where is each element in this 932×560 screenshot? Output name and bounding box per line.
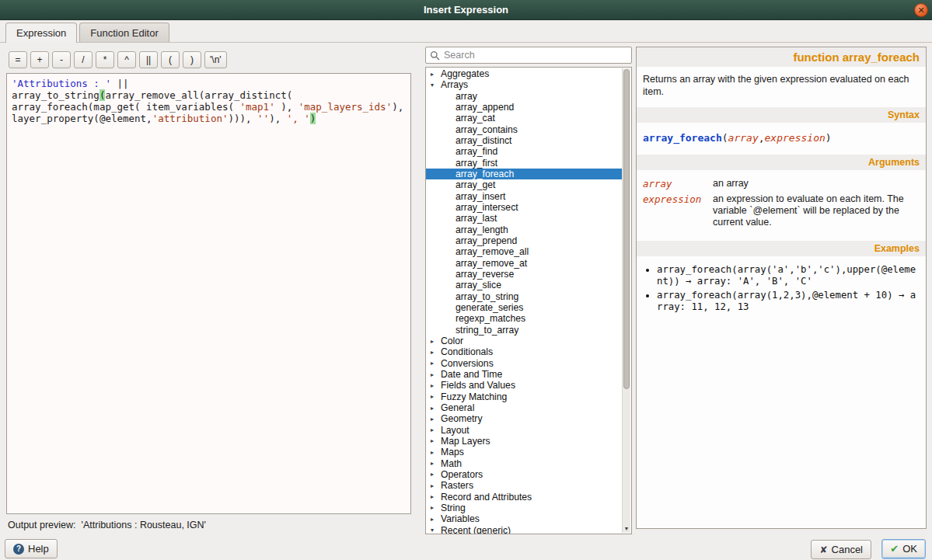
tree-item-array-prepend[interactable]: array_prepend [426,235,622,246]
tree-item-array-cat[interactable]: array_cat [426,113,622,123]
example-item: array_foreach(array('a','b','c'),upper(@… [657,264,920,287]
argument-name: expression [643,193,713,228]
ok-button[interactable]: ✔ OK [881,539,926,558]
cancel-button[interactable]: ✘ Cancel [811,540,871,559]
tab-expression[interactable]: Expression [5,23,77,43]
tree-group-geometry[interactable]: ▸Geometry [426,413,622,424]
tree-label: array_slice [456,280,501,290]
syntax-parameter: array [728,132,759,144]
tree-label: Operators [441,469,483,480]
tree-item-array-insert[interactable]: array_insert [426,191,622,202]
tree-label: array_insert [456,191,505,202]
tree-item-array-foreach[interactable]: array_foreach [426,169,622,179]
tree-item-array-length[interactable]: array_length [426,224,622,235]
code-segment: ), [269,113,287,124]
tree-item-string-to-array[interactable]: string_to_array [426,325,622,336]
tree-group-conversions[interactable]: ▸Conversions [426,358,622,369]
tree-item-array-slice[interactable]: array_slice [426,280,622,290]
tree-item-array-distinct[interactable]: array_distinct [426,135,622,146]
chevron-right-icon: ▸ [431,471,441,478]
chevron-right-icon: ▸ [431,338,441,345]
tree-item-array-intersect[interactable]: array_intersect [426,202,622,213]
tree-group-fuzzy-matching[interactable]: ▸Fuzzy Matching [426,391,622,402]
tree-label: array_foreach [456,169,514,179]
close-button[interactable]: ✕ [914,3,928,17]
tree-group-record-and-attributes[interactable]: ▸Record and Attributes [426,491,622,502]
chevron-right-icon: ▸ [431,349,441,356]
tree-item-array-append[interactable]: array_append [426,102,622,113]
operator-button-3[interactable]: / [74,51,93,68]
tree-label: Conversions [441,358,494,369]
tree-scrollbar-thumb[interactable] [623,69,630,389]
tree-item-array-remove-all[interactable]: array_remove_all [426,246,622,257]
tab-function-editor[interactable]: Function Editor [79,23,169,42]
tree-group-date-and-time[interactable]: ▸Date and Time [426,369,622,380]
operator-button-5[interactable]: ^ [117,51,136,68]
chevron-right-icon: ▸ [431,460,441,467]
operator-button-7[interactable]: ( [161,51,180,68]
tree-group-general[interactable]: ▸General [426,402,622,413]
chevron-right-icon: ▸ [431,371,441,378]
chevron-right-icon: ▸ [431,382,441,389]
tree-item-array-contains[interactable]: array_contains [426,124,622,135]
tree-group-aggregates[interactable]: ▸Aggregates [426,68,622,79]
tree-item-array-to-string[interactable]: array_to_string [426,291,622,302]
tree-item-array-get[interactable]: array_get [426,179,622,190]
tree-group-rasters[interactable]: ▸Rasters [426,480,622,491]
operator-button-6[interactable]: || [139,51,158,68]
tree-scrollbar[interactable]: ▼ [622,68,630,533]
tree-group-math[interactable]: ▸Math [426,457,622,468]
tree-label: Maps [441,447,464,457]
tree-item-array-first[interactable]: array_first [426,158,622,169]
tree-item-generate-series[interactable]: generate_series [426,302,622,313]
tree-group-operators[interactable]: ▸Operators [426,469,622,480]
code-line: array_foreach(map_get( item_variables( '… [12,101,406,113]
tree-label: Rasters [441,480,473,491]
tree-group-color[interactable]: ▸Color [426,336,622,346]
window-title: Insert Expression [424,4,508,16]
help-button[interactable]: ? Help [5,539,58,558]
tree-label: Layout [441,425,469,436]
tree-group-layout[interactable]: ▸Layout [426,425,622,436]
help-icon: ? [13,544,24,555]
tree-item-array-reverse[interactable]: array_reverse [426,269,622,280]
operator-button-2[interactable]: - [52,51,71,68]
tree-group-conditionals[interactable]: ▸Conditionals [426,346,622,357]
code-segment: 'map_layers_ids' [298,101,392,113]
tree-item-array-find[interactable]: array_find [426,146,622,157]
tree-label: Color [441,336,463,346]
search-input[interactable] [444,50,627,61]
expression-code: 'Attributions : ' || array_to_string(arr… [12,78,406,124]
tree-item-regexp-matches[interactable]: regexp_matches [426,313,622,324]
help-section-syntax: Syntax [637,107,926,123]
operator-button-0[interactable]: = [9,51,27,68]
tree-group-maps[interactable]: ▸Maps [426,447,622,457]
expression-editor[interactable]: 'Attributions : ' || array_to_string(arr… [6,73,411,514]
scroll-down-icon[interactable]: ▼ [623,525,630,532]
tree-group-string[interactable]: ▸String [426,503,622,513]
help-section-arguments: Arguments [637,155,926,170]
code-segment: ), [275,101,298,113]
tree-item-array-last[interactable]: array_last [426,213,622,224]
function-tree-rows: ▸Aggregates▾Arraysarrayarray_appendarray… [426,68,622,534]
tree-group-fields-and-values[interactable]: ▸Fields and Values [426,380,622,391]
output-preview-label: Output preview: [8,520,76,530]
operator-button-1[interactable]: + [30,51,49,68]
syntax-signature: array_foreach(array,expression) [637,123,926,155]
tree-label: String [441,503,466,513]
chevron-right-icon: ▸ [431,482,441,489]
tree-label: Fields and Values [441,380,515,391]
tree-item-array-remove-at[interactable]: array_remove_at [426,258,622,269]
tree-group-arrays[interactable]: ▾Arrays [426,79,622,90]
code-segment: '' [257,113,269,124]
tree-label: array_contains [456,124,518,135]
operator-button-4[interactable]: * [96,51,114,68]
tree-group-variables[interactable]: ▸Variables [426,513,622,524]
operator-button-8[interactable]: ) [183,51,201,68]
ok-icon: ✔ [890,543,899,555]
example-item: array_foreach(array(1,2,3),@element + 10… [657,290,920,313]
tree-item-array[interactable]: array [426,91,622,102]
tree-group-map-layers[interactable]: ▸Map Layers [426,436,622,447]
operator-button-9[interactable]: '\n' [204,51,227,68]
tree-group-recent-generic[interactable]: ▾Recent (generic) [426,524,622,534]
